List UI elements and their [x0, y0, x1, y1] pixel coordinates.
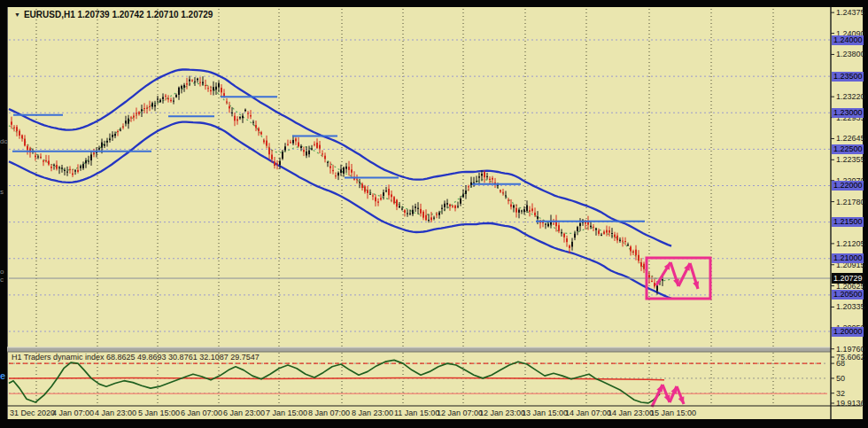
- chart-canvas[interactable]: [0, 0, 868, 428]
- candle-body: [191, 81, 193, 82]
- candle-body: [529, 210, 531, 212]
- candle-body: [284, 146, 286, 150]
- candle-body: [316, 143, 318, 148]
- candle-body: [197, 79, 198, 81]
- candle-body: [404, 210, 406, 213]
- candle-body: [558, 225, 560, 231]
- candle-body: [170, 100, 172, 101]
- candle-body: [380, 198, 382, 199]
- candle-body: [611, 233, 613, 234]
- candle-body: [359, 182, 360, 183]
- candle-body: [388, 189, 390, 195]
- channel-bands: [9, 69, 671, 298]
- candle-body: [149, 106, 151, 107]
- candle-body: [372, 196, 374, 197]
- candle-body: [428, 220, 430, 221]
- candle-body: [399, 206, 400, 207]
- candle-body: [508, 200, 509, 201]
- candle-body: [250, 115, 252, 116]
- candle-body: [595, 229, 597, 230]
- candle-body: [186, 83, 188, 84]
- candle-body: [263, 141, 265, 143]
- candle-body: [375, 198, 376, 202]
- candle-body: [417, 208, 419, 209]
- candle-body: [343, 167, 345, 174]
- candle-body: [218, 83, 220, 87]
- candle-body: [146, 108, 148, 109]
- candle-body: [436, 214, 438, 215]
- candle-body: [345, 167, 347, 169]
- candle-body: [229, 106, 230, 108]
- candle-body: [606, 230, 608, 233]
- candle-body: [37, 157, 39, 158]
- candle-body: [460, 198, 461, 204]
- candle-body: [624, 241, 626, 242]
- candle-body: [401, 209, 403, 210]
- candle-body: [515, 208, 517, 213]
- chart-title-text: EURUSD,H1 1.20739 1.20742 1.20710 1.2072…: [24, 10, 213, 19]
- candle-body: [486, 176, 488, 177]
- candle-body: [266, 141, 267, 146]
- candle-body: [194, 82, 196, 82]
- candle-body: [446, 203, 448, 205]
- candle-body: [430, 217, 432, 220]
- candle-body: [120, 129, 121, 130]
- candle-body: [452, 206, 453, 206]
- projection-group[interactable]: [647, 258, 710, 407]
- candle-body: [157, 99, 159, 100]
- candle-body: [500, 191, 501, 191]
- candle-body: [553, 223, 554, 224]
- candle-body: [579, 223, 581, 226]
- candle-body: [337, 173, 339, 175]
- candle-body: [409, 214, 411, 214]
- candle-body: [391, 194, 392, 197]
- candle-body: [53, 165, 55, 166]
- candle-body: [40, 157, 42, 158]
- candle-body: [231, 113, 233, 113]
- candle-body: [616, 236, 618, 240]
- candle-body: [141, 109, 143, 111]
- candle-body: [308, 151, 310, 154]
- candle-body: [407, 213, 408, 214]
- candle-body: [492, 178, 493, 180]
- candle-body: [603, 232, 605, 234]
- candle-body: [640, 262, 642, 267]
- candle-body: [252, 122, 254, 123]
- grid-vertical-lines: [36, 9, 773, 404]
- candle-body: [383, 192, 384, 196]
- candle-body: [393, 197, 395, 203]
- mt4-screen: ▼ EURUSD,H1 1.20739 1.20742 1.20710 1.20…: [0, 0, 868, 428]
- candle-body: [242, 116, 244, 119]
- candle-body: [547, 224, 549, 227]
- candle-body: [202, 82, 204, 83]
- candle-body: [523, 209, 525, 212]
- symbol-dropdown-icon[interactable]: ▼: [14, 12, 20, 18]
- round-level-lines: [9, 40, 831, 331]
- candle-body: [162, 97, 164, 98]
- candle-body: [255, 125, 257, 128]
- upper-band-line: [9, 69, 671, 245]
- candle-body: [601, 235, 602, 236]
- candle-body: [470, 183, 472, 185]
- candle-body: [654, 283, 655, 286]
- candle-body: [274, 161, 275, 166]
- candle-body: [236, 119, 238, 121]
- candle-body: [438, 213, 440, 215]
- candle-body: [221, 88, 222, 92]
- candle-body: [422, 212, 424, 218]
- candle-body: [72, 174, 74, 175]
- candle-body: [16, 127, 18, 131]
- candle-body: [322, 153, 323, 154]
- candle-body: [465, 191, 467, 194]
- candle-body: [632, 252, 634, 253]
- candle-body: [489, 179, 491, 180]
- indicator-splitter[interactable]: [7, 346, 831, 353]
- candle-body: [638, 255, 639, 261]
- candle-body: [324, 156, 326, 160]
- candle-body: [303, 150, 305, 152]
- candle-body: [306, 152, 307, 156]
- candle-body: [213, 87, 214, 90]
- candle-body: [48, 160, 50, 164]
- candle-body: [648, 275, 650, 278]
- candle-body: [319, 145, 321, 149]
